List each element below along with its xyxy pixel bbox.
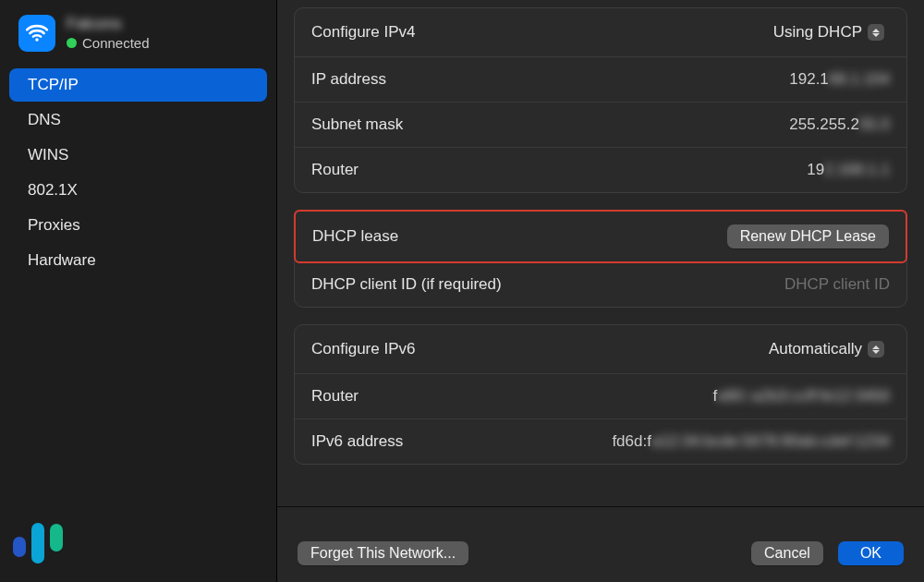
select-configure-ipv4[interactable]: Using DHCP	[764, 21, 890, 43]
value-ipv6-address: fd6d:fa12:34:bcde:5678:90ab:cdef:1234	[612, 432, 890, 451]
network-header: Falcons Connected	[0, 13, 276, 61]
label-configure-ipv6: Configure IPv6	[311, 340, 415, 358]
label-subnet-mask: Subnet mask	[311, 115, 403, 134]
value-router-v4: 192.168.1.1	[807, 161, 890, 179]
dhcp-group: DHCP lease Renew DHCP Lease DHCP client …	[294, 210, 907, 308]
row-ipv6-address: IPv6 address fd6d:fa12:34:bcde:5678:90ab…	[295, 419, 906, 464]
row-configure-ipv6: Configure IPv6 Automatically	[295, 325, 906, 374]
sidebar-nav: TCP/IP DNS WINS 802.1X Proxies Hardware	[0, 68, 276, 277]
select-configure-ipv6[interactable]: Automatically	[760, 338, 890, 360]
dhcp-client-id-input[interactable]: DHCP client ID	[784, 275, 890, 294]
select-value: Using DHCP	[773, 23, 862, 42]
ipv6-group: Configure IPv6 Automatically Router fe80…	[294, 324, 907, 465]
sidebar-item-label: Hardware	[28, 251, 96, 269]
sidebar-item-wins[interactable]: WINS	[9, 139, 267, 172]
select-value: Automatically	[769, 340, 862, 358]
wifi-icon	[18, 15, 55, 52]
sidebar-item-tcpip[interactable]: TCP/IP	[9, 68, 267, 102]
footer: Forget This Network... Cancel OK	[277, 506, 924, 582]
row-configure-ipv4: Configure IPv4 Using DHCP	[295, 8, 906, 57]
label-router-v6: Router	[311, 387, 359, 406]
label-router-v4: Router	[311, 161, 359, 179]
value-ip-address: 192.168.1.104	[789, 70, 890, 89]
status-text: Connected	[82, 35, 150, 51]
connection-status: Connected	[67, 35, 150, 51]
sidebar-item-hardware[interactable]: Hardware	[9, 244, 267, 277]
row-subnet-mask: Subnet mask 255.255.255.0	[295, 103, 906, 148]
main-content: Configure IPv4 Using DHCP IP address 192…	[277, 0, 924, 582]
app-logo-icon	[13, 518, 63, 569]
sidebar: Falcons Connected TCP/IP DNS WINS 802.1X…	[0, 0, 277, 582]
network-name: Falcons	[67, 15, 150, 33]
value-subnet-mask: 255.255.255.0	[789, 115, 890, 134]
sidebar-item-label: TCP/IP	[28, 76, 79, 93]
sidebar-item-label: DNS	[28, 111, 61, 128]
sidebar-item-proxies[interactable]: Proxies	[9, 209, 267, 242]
value-router-v6: fe80::a2b3:ccff:fe12:3456	[712, 387, 890, 406]
sidebar-item-8021x[interactable]: 802.1X	[9, 174, 267, 207]
label-configure-ipv4: Configure IPv4	[311, 23, 415, 42]
sidebar-item-label: 802.1X	[28, 181, 78, 199]
sidebar-item-label: Proxies	[28, 216, 80, 234]
chevron-updown-icon	[868, 24, 884, 41]
sidebar-item-dns[interactable]: DNS	[9, 103, 267, 137]
label-ip-address: IP address	[311, 70, 386, 89]
label-dhcp-client-id: DHCP client ID (if required)	[311, 275, 502, 294]
sidebar-item-label: WINS	[28, 146, 68, 164]
ok-button[interactable]: OK	[838, 541, 904, 565]
ipv4-group: Configure IPv4 Using DHCP IP address 192…	[294, 7, 907, 193]
label-dhcp-lease: DHCP lease	[312, 227, 398, 246]
renew-dhcp-lease-button[interactable]: Renew DHCP Lease	[727, 224, 889, 249]
chevron-updown-icon	[868, 341, 884, 358]
row-dhcp-lease: DHCP lease Renew DHCP Lease	[296, 212, 906, 261]
svg-point-0	[35, 38, 38, 41]
forget-network-button[interactable]: Forget This Network...	[298, 541, 468, 565]
highlight-box: DHCP lease Renew DHCP Lease	[294, 210, 907, 263]
label-ipv6-address: IPv6 address	[311, 432, 403, 451]
row-ip-address: IP address 192.168.1.104	[295, 57, 906, 103]
row-router-v4: Router 192.168.1.1	[295, 148, 906, 192]
status-dot-icon	[67, 38, 77, 48]
cancel-button[interactable]: Cancel	[751, 541, 823, 565]
row-router-v6: Router fe80::a2b3:ccff:fe12:3456	[295, 374, 906, 419]
row-dhcp-client-id: DHCP client ID (if required) DHCP client…	[295, 262, 906, 307]
